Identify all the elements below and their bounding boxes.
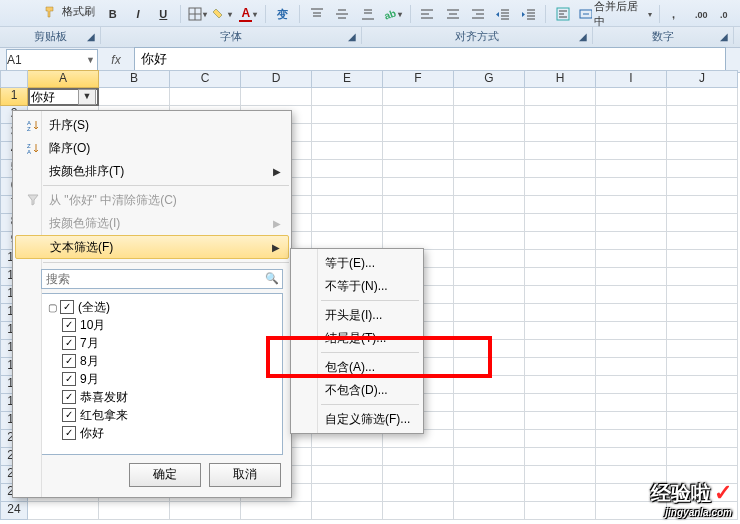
tree-item[interactable]: 8月 [48,352,276,370]
cell[interactable] [596,142,667,160]
col-header-g[interactable]: G [454,70,525,88]
tree-item[interactable]: 7月 [48,334,276,352]
cell[interactable] [667,232,738,250]
group-expand-icon[interactable]: ◢ [346,31,358,43]
cell[interactable] [667,394,738,412]
col-header-f[interactable]: F [383,70,454,88]
cell[interactable] [525,412,596,430]
cell[interactable] [596,286,667,304]
select-all-corner[interactable] [0,70,28,88]
align-center-button[interactable] [443,5,462,23]
ok-button[interactable]: 确定 [129,463,201,487]
cell[interactable] [454,466,525,484]
indent-inc-button[interactable] [519,5,538,23]
cell[interactable] [525,448,596,466]
cell[interactable] [312,160,383,178]
cell[interactable] [596,412,667,430]
col-header-e[interactable]: E [312,70,383,88]
indent-dec-button[interactable] [494,5,513,23]
checkbox-icon[interactable] [62,426,76,440]
checkbox-icon[interactable] [62,372,76,386]
bold-button[interactable]: B [103,5,122,23]
menu-sort-asc[interactable]: AZ 升序(S) [15,114,289,136]
cell[interactable] [241,88,312,106]
submenu-begins-with[interactable]: 开头是(I)... [295,304,419,326]
cell[interactable] [525,124,596,142]
cell[interactable] [596,88,667,106]
cell[interactable] [525,340,596,358]
cell[interactable] [596,358,667,376]
cell[interactable] [596,394,667,412]
border-button[interactable]: ▾ [188,5,207,23]
cell[interactable] [667,448,738,466]
cell[interactable] [454,340,525,358]
cell[interactable] [312,502,383,520]
inc-decimal-button[interactable]: .00 [692,5,711,23]
cell[interactable] [667,178,738,196]
cell[interactable] [28,502,99,520]
menu-sort-desc[interactable]: ZA 降序(O) [15,137,289,159]
cell[interactable] [667,88,738,106]
cell[interactable] [454,268,525,286]
cell[interactable] [454,178,525,196]
cell[interactable] [383,214,454,232]
cell[interactable] [454,448,525,466]
cell[interactable] [525,286,596,304]
cell[interactable] [525,268,596,286]
cell[interactable] [525,358,596,376]
cell[interactable] [454,412,525,430]
cell[interactable] [383,196,454,214]
col-header-j[interactable]: J [667,70,738,88]
cell[interactable] [596,340,667,358]
cell[interactable] [596,322,667,340]
cell[interactable] [454,376,525,394]
cell[interactable] [667,268,738,286]
submenu-contains[interactable]: 包含(A)... [295,356,419,378]
cell[interactable] [596,232,667,250]
menu-text-filter[interactable]: 文本筛选(F) ▶ [15,235,289,259]
cell[interactable] [596,106,667,124]
merge-button[interactable]: 合并后居中▾ [579,5,652,23]
col-header-d[interactable]: D [241,70,312,88]
align-left-button[interactable] [418,5,437,23]
cell[interactable] [454,484,525,502]
cell[interactable] [667,340,738,358]
cell[interactable] [667,124,738,142]
cell[interactable] [525,196,596,214]
filter-values-tree[interactable]: ▢ (全选) 10月7月8月9月恭喜发财红包拿来你好 [41,293,283,455]
col-header-h[interactable]: H [525,70,596,88]
orientation-button[interactable]: ab▾ [383,5,402,23]
cancel-button[interactable]: 取消 [209,463,281,487]
cell[interactable] [454,124,525,142]
checkbox-icon[interactable] [62,390,76,404]
cell[interactable] [454,430,525,448]
wrap-text-button[interactable] [553,5,572,23]
cell[interactable] [667,430,738,448]
cell[interactable] [312,196,383,214]
cell[interactable] [454,502,525,520]
tree-item[interactable]: 红包拿来 [48,406,276,424]
cell[interactable] [525,250,596,268]
cell[interactable] [312,124,383,142]
cell[interactable] [525,394,596,412]
cell[interactable] [312,484,383,502]
italic-button[interactable]: I [128,5,147,23]
cell[interactable] [312,88,383,106]
submenu-not-equals[interactable]: 不等于(N)... [295,275,419,297]
checkbox-icon[interactable] [62,354,76,368]
cell[interactable] [383,484,454,502]
cell[interactable] [596,196,667,214]
checkbox-icon[interactable] [62,336,76,350]
cell[interactable] [525,466,596,484]
group-expand-icon[interactable]: ◢ [718,31,730,43]
cell[interactable] [312,106,383,124]
cell[interactable] [596,160,667,178]
cell[interactable] [525,322,596,340]
cell[interactable] [454,214,525,232]
cell[interactable] [525,142,596,160]
filter-dropdown-button[interactable]: ▼ [78,89,96,105]
tree-item[interactable]: 恭喜发财 [48,388,276,406]
cell[interactable] [525,376,596,394]
cell[interactable] [454,322,525,340]
cell[interactable] [667,106,738,124]
